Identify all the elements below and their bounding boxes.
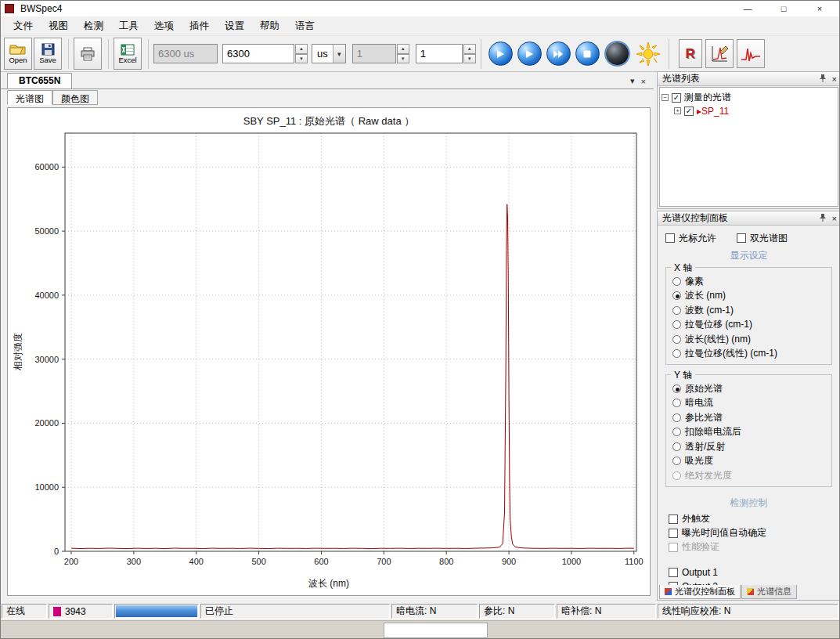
- tab-close-icon[interactable]: ×: [641, 77, 646, 86]
- radio-y-axis-1[interactable]: 暗电流: [672, 396, 827, 411]
- waveform-icon: [741, 45, 761, 63]
- menu-item-5[interactable]: 插件: [182, 17, 217, 35]
- radio-icon: [672, 384, 681, 393]
- average-display-stepper: ▲ ▼: [397, 44, 409, 63]
- print-button[interactable]: [74, 38, 102, 70]
- tree-item-sp11[interactable]: + ✓ ▸SP_11: [674, 104, 836, 117]
- fast-acquire-button[interactable]: [546, 42, 571, 66]
- open-button[interactable]: Open: [4, 38, 32, 70]
- r-label: R: [686, 46, 695, 62]
- pin-icon[interactable]: [819, 213, 827, 224]
- waveform-view-button[interactable]: [737, 39, 765, 68]
- menu-item-1[interactable]: 视图: [41, 17, 76, 35]
- radio-icon: [672, 413, 681, 422]
- output-options: Output 1Output 2: [662, 565, 835, 586]
- spin-down-button[interactable]: ▼: [397, 54, 409, 64]
- cursor-enable-checkbox[interactable]: 光标允许: [665, 231, 716, 245]
- menu-item-2[interactable]: 检测: [76, 17, 111, 35]
- status-connection: 在线: [2, 604, 47, 619]
- detect-checkbox-0[interactable]: 外触发: [669, 512, 835, 526]
- time-unit-select[interactable]: us ▾: [312, 44, 346, 63]
- radio-x-axis-5[interactable]: 拉曼位移(线性) (cm-1): [672, 347, 827, 362]
- reference-scan-button[interactable]: [636, 42, 661, 67]
- raman-mode-button[interactable]: R: [679, 39, 702, 68]
- stop-button[interactable]: [575, 42, 600, 66]
- checkbox-label: 双光谱图: [750, 232, 788, 245]
- spin-up-button[interactable]: ▲: [463, 44, 476, 54]
- radio-y-axis-3[interactable]: 扣除暗电流后: [672, 425, 827, 440]
- detect-checkbox-1[interactable]: 曝光时间值自动确定: [669, 526, 835, 540]
- radio-y-axis-0[interactable]: 原始光谱: [672, 381, 827, 396]
- radio-label: 暗电流: [685, 396, 713, 410]
- svg-text:30000: 30000: [34, 355, 59, 364]
- progress-bar: [116, 605, 197, 617]
- acquire-continuous-button[interactable]: [517, 42, 542, 66]
- radio-x-axis-4[interactable]: 波长(线性) (nm): [672, 332, 827, 347]
- spin-up-button[interactable]: ▲: [295, 44, 308, 54]
- folder-open-icon: [9, 43, 27, 56]
- y-axis-group: Y 轴 原始光谱暗电流参比光谱扣除暗电流后透射/反射吸光度绝对发光度: [665, 374, 832, 487]
- x-axis-group: X 轴 像素波长 (nm)波数 (cm-1)拉曼位移 (cm-1)波长(线性) …: [665, 267, 832, 365]
- menu-item-6[interactable]: 设置: [217, 17, 252, 35]
- tab-spectrum-info[interactable]: 光谱信息: [741, 585, 797, 599]
- close-button[interactable]: ×: [802, 1, 838, 16]
- minimize-button[interactable]: —: [730, 1, 766, 16]
- spectrum-edit-button[interactable]: [705, 39, 734, 68]
- output-checkbox-1[interactable]: Output 2: [669, 579, 835, 586]
- bwspec4-window: { "window": { "title": "BWSpec4" }, "ico…: [0, 0, 840, 639]
- bottom-strip: [1, 620, 839, 639]
- control-panel-tab-icon: [665, 588, 672, 595]
- integration-time-stepper: ▲ ▼: [295, 44, 308, 63]
- menu-item-3[interactable]: 工具: [111, 17, 146, 35]
- svg-text:1000: 1000: [562, 557, 581, 566]
- dark-scan-button[interactable]: [606, 42, 629, 65]
- maximize-button[interactable]: □: [766, 1, 802, 16]
- checkbox-label: 性能验证: [682, 540, 719, 554]
- acquire-single-button[interactable]: [488, 42, 513, 66]
- tab-control-panel[interactable]: 光谱仪控制面板: [659, 585, 741, 599]
- spectrometer-control-panel: 光谱仪控制面板 × 光标允许 双光谱图 显示设定 X 轴 像素波长 (nm)波数…: [657, 211, 840, 601]
- tab-color-view[interactable]: 颜色图: [52, 90, 98, 105]
- checkbox-label: Output 1: [682, 567, 718, 578]
- dual-spectrum-checkbox[interactable]: 双光谱图: [737, 231, 788, 245]
- integration-time-input[interactable]: [222, 44, 294, 63]
- x-axis-group-label: X 轴: [671, 262, 695, 275]
- radio-x-axis-0[interactable]: 像素: [672, 274, 827, 289]
- radio-x-axis-2[interactable]: 波数 (cm-1): [672, 303, 827, 318]
- menu-item-7[interactable]: 帮助: [252, 17, 287, 35]
- spin-up-button[interactable]: ▲: [397, 44, 409, 54]
- menu-item-4[interactable]: 选项: [146, 17, 182, 35]
- x-axis-options: 像素波长 (nm)波数 (cm-1)拉曼位移 (cm-1)波长(线性) (nm)…: [672, 274, 827, 361]
- expand-icon[interactable]: +: [674, 107, 681, 114]
- radio-label: 原始光谱: [685, 382, 723, 395]
- play-icon: [525, 49, 534, 59]
- svg-text:200: 200: [64, 557, 78, 566]
- panel-close-icon[interactable]: ×: [832, 74, 837, 84]
- radio-y-axis-2[interactable]: 参比光谱: [672, 410, 827, 425]
- detect-checkbox-2: 性能验证: [669, 540, 835, 554]
- play-icon: [496, 49, 505, 59]
- spin-down-button[interactable]: ▼: [463, 54, 476, 64]
- save-button[interactable]: Save: [34, 38, 62, 70]
- radio-y-axis-5[interactable]: 吸光度: [672, 454, 827, 469]
- output-checkbox-0[interactable]: Output 1: [669, 565, 835, 579]
- spin-down-button[interactable]: ▼: [295, 54, 308, 64]
- average-input[interactable]: [416, 44, 463, 63]
- menu-item-8[interactable]: 语言: [287, 17, 323, 35]
- checkbox-icon[interactable]: ✓: [684, 106, 694, 116]
- chart-plot-area[interactable]: 2003004005006007008009001000110001000020…: [8, 108, 650, 595]
- panel-close-icon[interactable]: ×: [832, 214, 837, 223]
- radio-y-axis-4[interactable]: 透射/反射: [672, 439, 827, 454]
- detection-options: 外触发曝光时间值自动确定性能验证: [662, 512, 835, 554]
- tab-list-dropdown-icon[interactable]: ▾: [630, 76, 635, 86]
- tab-spectrum-view[interactable]: 光谱图: [7, 90, 52, 105]
- checkbox-icon[interactable]: ✓: [672, 93, 681, 103]
- tab-btc655n[interactable]: BTC655N: [7, 73, 72, 88]
- radio-x-axis-1[interactable]: 波长 (nm): [672, 289, 827, 304]
- tree-root-measured-spectra[interactable]: − ✓ 测量的光谱: [662, 91, 836, 104]
- excel-export-button[interactable]: Excel: [114, 38, 142, 70]
- collapse-icon[interactable]: −: [662, 94, 669, 101]
- menu-item-0[interactable]: 文件: [5, 17, 41, 35]
- pin-icon[interactable]: [819, 74, 827, 85]
- radio-x-axis-3[interactable]: 拉曼位移 (cm-1): [672, 318, 827, 333]
